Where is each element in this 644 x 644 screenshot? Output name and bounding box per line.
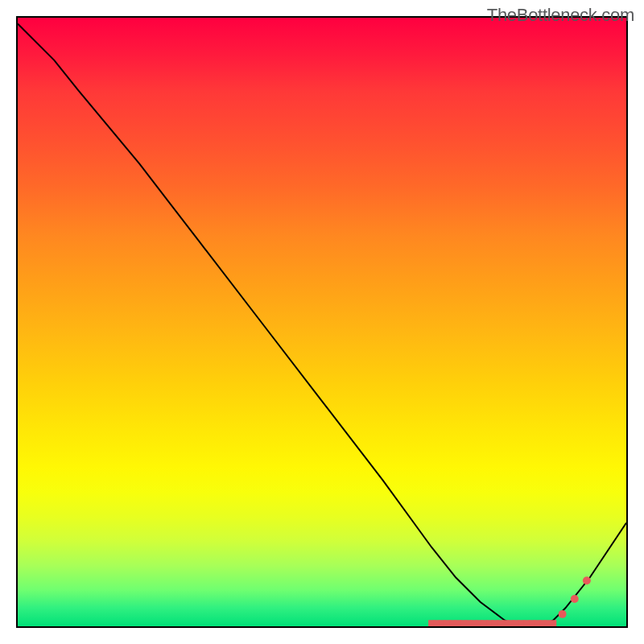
markers-group <box>428 576 591 626</box>
curve-marker <box>550 620 556 626</box>
curve-marker <box>559 610 567 618</box>
chart-plot-area <box>16 16 628 628</box>
watermark-text: TheBottleneck.com <box>487 5 634 26</box>
curve-marker <box>571 595 579 603</box>
bottleneck-curve-line <box>18 24 626 626</box>
curve-marker <box>583 576 591 584</box>
curve-svg <box>18 18 626 626</box>
